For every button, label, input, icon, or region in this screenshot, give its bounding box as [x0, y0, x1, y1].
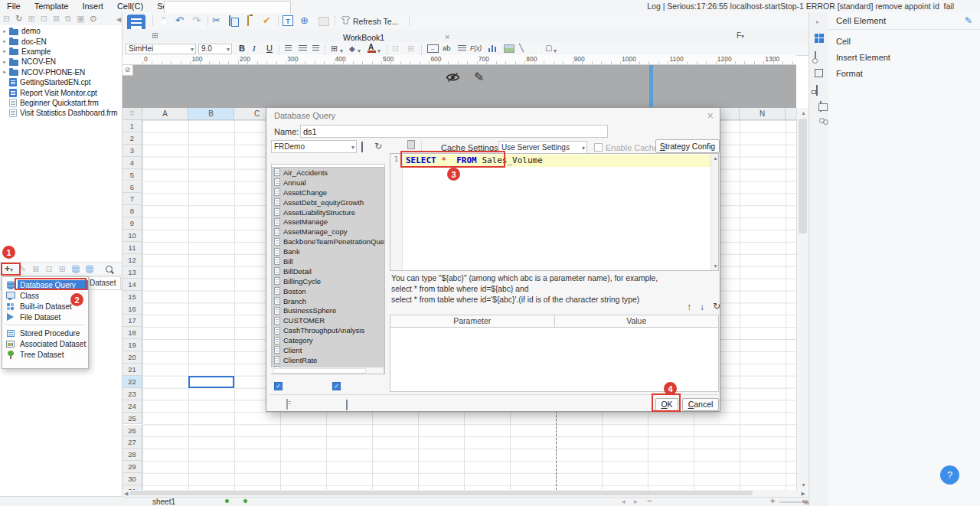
table-list-item-backboneteampenetrationquery[interactable]: BackboneTeamPenetrationQuery — [272, 237, 384, 246]
cancel-button[interactable]: Cancel — [682, 398, 719, 411]
row-header-24[interactable]: 24 — [122, 400, 142, 413]
new-folder-icon[interactable]: ⊟ — [3, 13, 10, 24]
tree-item-visit-statistics-dashboard-frm[interactable]: Visit Statistics Dashboard.frm — [0, 108, 122, 118]
zoom-out-icon[interactable]: − — [647, 496, 652, 505]
column-header-O[interactable]: O — [786, 108, 796, 120]
scroll-down-icon[interactable]: ▼ — [801, 482, 806, 488]
preview-dataset-icon[interactable]: ⊡ — [45, 263, 52, 275]
refresh-params-icon[interactable]: ↻ — [713, 301, 720, 312]
redo-icon[interactable]: ↷ — [192, 15, 201, 27]
copy-dataset-icon[interactable]: ⊞ — [59, 263, 66, 275]
table-list-item-businesssphere[interactable]: BusinessSphere — [272, 305, 384, 315]
tree-item-report-visit-monitor-cpt[interactable]: Report Visit Monitor.cpt — [0, 87, 122, 97]
chevron-down-icon[interactable] — [554, 45, 557, 54]
row-header-21[interactable]: 21 — [122, 364, 142, 376]
row-header-7[interactable]: 7 — [122, 193, 142, 205]
move-down-icon[interactable]: ↓ — [700, 302, 704, 312]
refresh-icon[interactable]: ↻ — [15, 13, 22, 24]
show-tables-checkbox[interactable] — [274, 382, 283, 390]
delete-dataset-icon[interactable]: ⊠ — [32, 263, 39, 275]
paste-icon[interactable] — [247, 15, 249, 26]
undo-icon[interactable]: ↶ — [175, 15, 184, 27]
row-header-23[interactable]: 23 — [122, 388, 142, 400]
tab-workbook1[interactable]: WorkBook1 * × — [164, 1, 291, 13]
close-tab-icon[interactable]: × — [445, 32, 449, 41]
align-right-icon[interactable] — [312, 45, 319, 52]
row-header-20[interactable]: 20 — [122, 351, 142, 364]
expand-icon[interactable]: ▸ — [0, 59, 9, 65]
column-header-N[interactable]: N — [740, 108, 786, 120]
insert-line-icon[interactable]: ╲ — [519, 44, 524, 52]
tree-item-doc-en[interactable]: ▸doc-EN — [0, 36, 122, 46]
web-preview-icon[interactable]: ⊕ — [300, 15, 309, 27]
search-dataset-icon[interactable] — [106, 266, 113, 273]
insert-image-icon[interactable] — [504, 44, 514, 53]
move-up-icon[interactable]: ↑ — [687, 302, 691, 312]
rename-icon[interactable]: ⊡ — [41, 13, 47, 24]
locate-icon[interactable]: ⊙ — [90, 13, 96, 24]
insert-shape-icon[interactable]: ▢ — [545, 44, 552, 52]
row-header-12[interactable]: 12 — [122, 254, 142, 266]
underline-button[interactable]: U — [266, 44, 273, 54]
zoom-in-icon[interactable]: + — [770, 496, 775, 505]
table-list-item-assetliabilitystructure[interactable]: AssetLiabilityStructure — [272, 207, 384, 217]
row-header-6[interactable]: 6 — [122, 181, 142, 194]
formula-icon[interactable]: F(x) — [470, 44, 482, 52]
edit-pencil-icon[interactable]: ✎ — [965, 15, 972, 26]
table-list-item-air_accidents[interactable]: Air_Accidents — [272, 168, 384, 178]
insert-chart-icon[interactable] — [488, 44, 497, 52]
grid-view-icon[interactable]: ⊞ — [28, 13, 34, 24]
scroll-down-icon[interactable]: ▼ — [713, 263, 718, 269]
copy-icon[interactable] — [229, 15, 230, 26]
tree-item-example[interactable]: ▸Example — [0, 47, 122, 57]
row-header-13[interactable]: 13 — [122, 266, 142, 279]
menu-item-stored-procedure[interactable]: Stored Procedure — [2, 328, 88, 338]
row-header-9[interactable]: 9 — [122, 217, 142, 230]
scroll-left-icon[interactable]: ◀ — [124, 491, 128, 497]
sheet-tab-label[interactable]: sheet1 — [152, 498, 175, 506]
column-header-A[interactable]: A — [142, 108, 188, 120]
row-header-28[interactable]: 28 — [122, 449, 142, 461]
cache-settings-select[interactable]: Use Server Settings — [498, 141, 587, 154]
table-list-item-billdetail[interactable]: BillDetail — [272, 266, 384, 276]
tshirt-refresh-icon[interactable] — [341, 15, 351, 24]
table-list-item-assetmanage_copy[interactable]: AssetManage_copy — [272, 227, 384, 237]
row-header-5[interactable]: 5 — [122, 169, 142, 181]
connection-select[interactable]: FRDemo — [271, 140, 357, 153]
select-all-corner[interactable]: ⠿ — [122, 108, 142, 120]
table-list-item-assetmanage[interactable]: AssetManage — [272, 217, 384, 227]
expand-icon[interactable]: ▸ — [0, 28, 9, 34]
font-family-select[interactable]: SimHei — [126, 44, 196, 54]
row-header-15[interactable]: 15 — [122, 291, 142, 303]
expand-icon[interactable]: ▸ — [0, 38, 9, 44]
row-header-4[interactable]: 4 — [122, 157, 142, 169]
bold-button[interactable]: B — [239, 44, 245, 54]
row-header-27[interactable]: 27 — [122, 436, 142, 449]
tree-item-ncov-en[interactable]: ▸NCOV-EN — [0, 57, 122, 67]
table-list-item-bill[interactable]: Bill — [272, 256, 384, 266]
menu-item-associated-dataset[interactable]: Associated Dataset — [2, 338, 88, 349]
server-dataset-icon[interactable] — [72, 265, 80, 273]
er-diagram-icon[interactable] — [361, 142, 363, 152]
row-header-11[interactable]: 11 — [122, 242, 142, 254]
delete-icon[interactable]: ⊠ — [53, 13, 60, 24]
vertical-scrollbar[interactable]: ▲ ▼ — [796, 108, 808, 490]
merge-cells-icon[interactable] — [427, 44, 439, 53]
borders-icon[interactable]: ⊞ — [331, 44, 338, 54]
vertical-scroll-thumb[interactable] — [799, 119, 807, 233]
table-list-item-clientrate[interactable]: ClientRate — [272, 355, 384, 365]
row-header-10[interactable]: 10 — [122, 230, 142, 242]
fill-color-icon[interactable]: ◆ — [349, 44, 355, 53]
selected-cell[interactable] — [188, 376, 234, 388]
show-views-checkbox[interactable] — [332, 382, 341, 390]
collapse-panel-icon[interactable]: ▸ — [816, 18, 819, 25]
refresh-connection-icon[interactable]: ↻ — [374, 141, 382, 152]
refresh-template-button[interactable]: Refresh Te... — [353, 17, 398, 26]
pane-split-marker[interactable] — [649, 65, 653, 108]
table-text-icon[interactable] — [283, 15, 293, 26]
chevron-down-icon[interactable] — [377, 45, 381, 54]
row-header-1[interactable]: 1 — [122, 120, 142, 132]
scroll-up-icon[interactable]: ▲ — [713, 155, 718, 161]
italic-button[interactable]: I — [253, 44, 256, 54]
table-list-item-annual[interactable]: Annual — [272, 178, 384, 188]
